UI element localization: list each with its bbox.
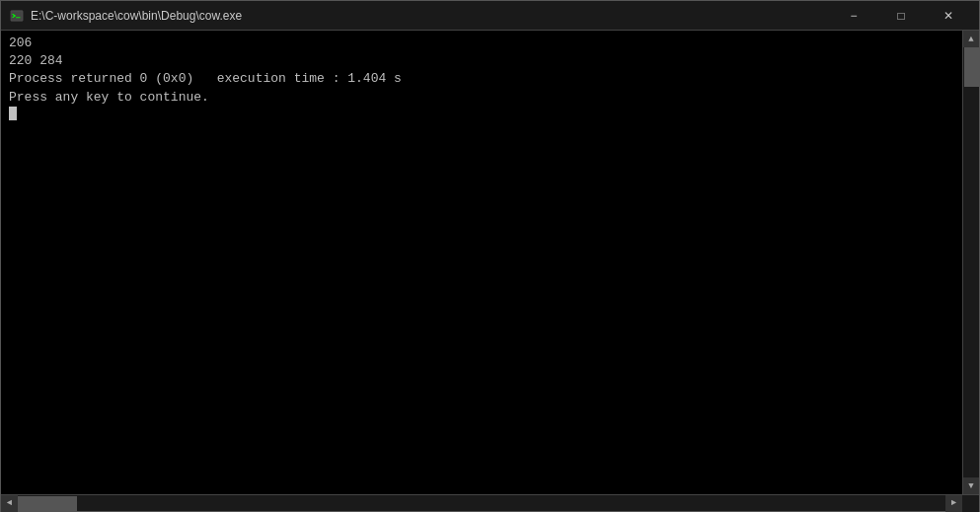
output-line-3: Process returned 0 (0x0) execution time …: [9, 71, 402, 86]
output-line-4: Press any key to continue.: [9, 90, 209, 105]
scrollbar-corner: [962, 495, 979, 512]
bottom-bar: ◄ ►: [1, 494, 979, 511]
console-content: 206 220 284 Process returned 0 (0x0) exe…: [1, 31, 962, 494]
output-line-1: 206: [9, 36, 32, 50]
terminal-icon: [9, 8, 25, 24]
scroll-right-button[interactable]: ►: [945, 495, 962, 512]
scroll-up-button[interactable]: ▲: [963, 31, 980, 47]
window-title: E:\C-workspace\cow\bin\Debug\cow.exe: [31, 9, 242, 23]
output-line-2: 220 284: [9, 53, 63, 68]
console-output: 206 220 284 Process returned 0 (0x0) exe…: [9, 35, 958, 107]
console-window: E:\C-workspace\cow\bin\Debug\cow.exe − □…: [0, 0, 980, 512]
maximize-button[interactable]: □: [878, 1, 924, 31]
scroll-thumb-y[interactable]: [964, 47, 979, 87]
close-button[interactable]: ✕: [926, 1, 971, 31]
title-bar: E:\C-workspace\cow\bin\Debug\cow.exe − □…: [1, 1, 979, 31]
scroll-left-button[interactable]: ◄: [1, 495, 18, 512]
scroll-track-x[interactable]: [18, 495, 945, 511]
horizontal-scrollbar[interactable]: ◄ ►: [1, 495, 962, 511]
scroll-thumb-x[interactable]: [18, 496, 77, 511]
console-area: 206 220 284 Process returned 0 (0x0) exe…: [1, 31, 979, 494]
minimize-button[interactable]: −: [831, 1, 876, 31]
vertical-scrollbar[interactable]: ▲ ▼: [962, 31, 979, 494]
text-cursor: [9, 107, 17, 120]
title-bar-left: E:\C-workspace\cow\bin\Debug\cow.exe: [9, 8, 242, 24]
scroll-down-button[interactable]: ▼: [963, 477, 980, 494]
cursor-line: [9, 107, 958, 120]
svg-rect-0: [11, 10, 23, 21]
scroll-track-y[interactable]: [963, 47, 979, 477]
window-controls: − □ ✕: [831, 1, 971, 31]
